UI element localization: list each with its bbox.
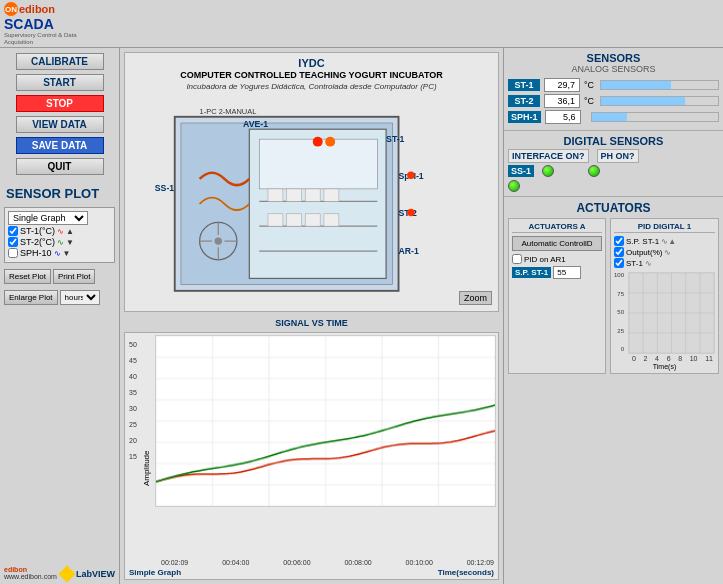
sensor-bar-st2 — [600, 96, 719, 106]
pid-output-checkbox[interactable] — [614, 247, 624, 257]
svg-text:AVE-1: AVE-1 — [243, 118, 268, 128]
sensor-unit-st2: °C — [584, 96, 594, 106]
pid-sp-st1-checkbox[interactable] — [614, 236, 624, 246]
pid-graph-container: 1007550250 024681011 Time(s) — [614, 272, 715, 370]
svg-rect-3 — [259, 139, 377, 189]
diagram-subtitle1: COMPUTER CONTROLLED TEACHING YOGURT INCU… — [180, 70, 443, 82]
ss1-led-row — [508, 180, 719, 192]
svg-rect-14 — [324, 213, 339, 225]
pid-y-axis: 1007550250 — [614, 272, 626, 352]
reset-plot-button[interactable]: Reset Plot — [4, 269, 51, 284]
diagram-area: IYDC COMPUTER CONTROLLED TEACHING YOGURT… — [124, 52, 499, 312]
calibrate-button[interactable]: CALIBRATE — [16, 53, 104, 70]
time-seconds-label: Time(seconds) — [438, 568, 494, 577]
channel-st1-up[interactable]: ▲ — [66, 227, 74, 236]
sensor-tag-st1: ST-1 — [508, 79, 540, 91]
svg-text:1-PC  2-MANUAL: 1-PC 2-MANUAL — [200, 107, 257, 116]
bottom-buttons-2: Enlarge Plot hours — [4, 290, 115, 305]
sensor-value-st2: 36,1 — [544, 94, 580, 108]
pid-sp-st1-row: S.P. ST-1 ∿▲ — [614, 236, 715, 246]
diagram-subtitle2: Incubadora de Yogures Didáctica, Control… — [180, 82, 443, 92]
bottom-buttons: Reset Plot Print Plot — [4, 269, 115, 284]
channel-st1-checkbox[interactable] — [8, 226, 18, 236]
x-axis-labels: 00:02:0900:04:0000:06:0000:08:0000:10:00… — [125, 559, 498, 566]
svg-rect-12 — [287, 213, 302, 225]
graph-controls: Single Graph ST-1(°C) ∿ ▲ ST-2(°C) ∿ ▼ — [4, 207, 115, 263]
interface-led — [542, 165, 554, 177]
sensors-panel: SENSORS ANALOG SENSORS ST-1 29,7 °C ST-2… — [504, 48, 723, 131]
print-plot-button[interactable]: Print Plot — [53, 269, 95, 284]
scada-title: SCADA — [4, 16, 54, 32]
actuators-panel: ACTUATORS ACTUATORS A Automatic Controll… — [504, 197, 723, 584]
pid-st1-label: ST-1 — [626, 259, 643, 268]
pid-output-wave: ∿ — [664, 248, 671, 257]
sensor-value-st1: 29,7 — [544, 78, 580, 92]
sensor-tag-sph: SPH-1 — [508, 111, 541, 123]
pid-st1-wave: ∿ — [645, 259, 652, 268]
pid-st1-row: ST-1 ∿ — [614, 258, 715, 268]
pid-on-ar1-row: PID on AR1 — [512, 254, 602, 264]
edibon-on-circle: ON — [4, 2, 18, 16]
channel-row-st1: ST-1(°C) ∿ ▲ — [8, 226, 111, 236]
graph-type-select[interactable]: Single Graph — [8, 211, 88, 225]
pid-on-ar1-checkbox[interactable] — [512, 254, 522, 264]
signal-vs-time-label: SIGNAL VS TIME — [120, 316, 503, 330]
pid-st1-checkbox[interactable] — [614, 258, 624, 268]
quit-button[interactable]: QUIT — [16, 158, 104, 175]
edibon-text: edibon — [19, 3, 55, 15]
digital-leds-row: SS-1 — [508, 165, 719, 177]
diagram-main-title: IYDC — [180, 56, 443, 70]
svg-rect-13 — [305, 213, 320, 225]
logo-area: ON edibon SCADA Supervisory Control & Da… — [4, 2, 84, 45]
actuators-title: ACTUATORS — [508, 201, 719, 215]
sensor-row-st2: ST-2 36,1 °C — [508, 94, 719, 108]
stop-button[interactable]: STOP — [16, 95, 104, 112]
svg-point-30 — [313, 136, 323, 146]
plot-canvas — [155, 335, 496, 507]
channel-row-st2: ST-2(°C) ∿ ▼ — [8, 237, 111, 247]
sensor-bar-st1 — [600, 80, 719, 90]
channel-st1-label: ST-1(°C) — [20, 226, 55, 236]
channel-sph-checkbox[interactable] — [8, 248, 18, 258]
center-area: IYDC COMPUTER CONTROLLED TEACHING YOGURT… — [120, 48, 503, 584]
svg-point-29 — [407, 208, 414, 215]
header: ON edibon SCADA Supervisory Control & Da… — [0, 0, 723, 48]
pid-digital-col: PID DIGITAL 1 S.P. ST-1 ∿▲ Output(%) ∿ — [610, 218, 719, 374]
save-data-button[interactable]: SAVE DATA — [16, 137, 104, 154]
y-axis-label: Amplitude — [142, 451, 151, 487]
actuators-a-col: ACTUATORS A Automatic ControllD PID on A… — [508, 218, 606, 374]
channel-sph-label: SPH-10 — [20, 248, 52, 258]
svg-rect-7 — [268, 188, 283, 200]
left-sidebar: CALIBRATE START STOP VIEW DATA SAVE DATA… — [0, 48, 120, 584]
channel-st2-wave: ∿ — [57, 238, 64, 247]
graph-name-label: Simple Graph — [129, 568, 181, 577]
graph-area: Amplitude 5045403530252015 00:02:0900:04… — [124, 332, 499, 580]
incubator-svg: SS-1 SpH-1 ST-2 AR-1 ST-1 1-PC 2-MANUAL … — [125, 96, 498, 312]
diagram-image: SS-1 SpH-1 ST-2 AR-1 ST-1 1-PC 2-MANUAL … — [125, 96, 498, 312]
digital-interface-row: INTERFACE ON? PH ON? — [508, 149, 719, 163]
graph-footer: Simple Graph Time(seconds) — [125, 566, 498, 579]
svg-point-16 — [215, 237, 222, 244]
ss1-tag: SS-1 — [508, 165, 534, 177]
sensor-unit-st1: °C — [584, 80, 594, 90]
enlarge-plot-button[interactable]: Enlarge Plot — [4, 290, 58, 305]
sp-st1-tag: S.P. ST-1 — [512, 267, 551, 278]
sensor-tag-st2: ST-2 — [508, 95, 540, 107]
pid-x-labels: 024681011 — [614, 354, 715, 363]
pid-x-axis-label: Time(s) — [614, 363, 715, 370]
pid-output-row: Output(%) ∿ — [614, 247, 715, 257]
channel-st2-checkbox[interactable] — [8, 237, 18, 247]
zoom-button[interactable]: Zoom — [459, 291, 492, 305]
sensors-title: SENSORS — [508, 52, 719, 64]
channel-sph-wave: ∿ — [54, 249, 61, 258]
sensor-bar-sph — [591, 112, 719, 122]
svg-rect-11 — [268, 213, 283, 225]
channel-st2-down[interactable]: ▼ — [66, 238, 74, 247]
view-data-button[interactable]: VIEW DATA — [16, 116, 104, 133]
sensor-plot-title: SENSOR PLOT — [4, 186, 115, 201]
start-button[interactable]: START — [16, 74, 104, 91]
hours-select[interactable]: hours — [60, 290, 100, 305]
labview-text: LabVIEW — [76, 569, 115, 579]
sp-st1-input[interactable] — [553, 266, 581, 279]
channel-sph-arrow[interactable]: ▼ — [63, 249, 71, 258]
